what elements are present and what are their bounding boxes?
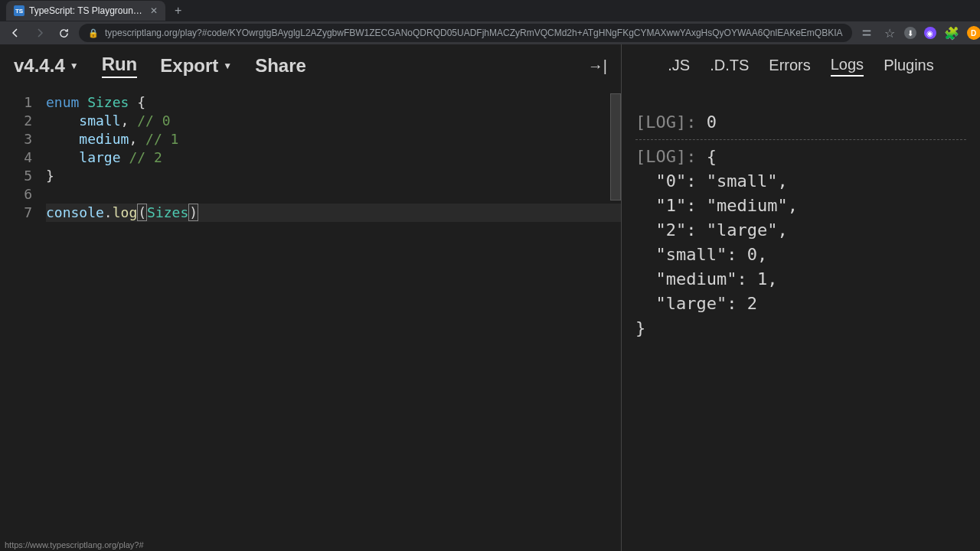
tab-js[interactable]: .JS xyxy=(668,57,690,76)
output-content: [LOG]: 0[LOG]: { "0": "small", "1": "med… xyxy=(622,87,980,551)
code-area[interactable]: enum Sizes { small, // 0 medium, // 1 la… xyxy=(46,93,621,551)
minimap[interactable] xyxy=(610,93,621,201)
version-dropdown[interactable]: v4.4.4 ▼ xyxy=(14,55,79,77)
app-container: v4.4.4 ▼ Run Export ▼ Share →| 1234567 e… xyxy=(0,44,980,551)
chevron-down-icon: ▼ xyxy=(70,60,79,71)
run-button[interactable]: Run xyxy=(102,54,138,78)
tab-plugins[interactable]: Plugins xyxy=(884,57,934,76)
tab-logs[interactable]: Logs xyxy=(831,56,864,77)
new-tab-button[interactable]: + xyxy=(165,4,191,18)
output-pane: .JS .D.TS Errors Logs Plugins [LOG]: 0[L… xyxy=(622,44,980,551)
address-bar[interactable]: 🔒 typescriptlang.org/play?#code/KYOwrgtg… xyxy=(79,24,852,42)
close-icon[interactable]: ✕ xyxy=(149,5,159,16)
output-tabs: .JS .D.TS Errors Logs Plugins xyxy=(622,44,980,87)
code-editor[interactable]: 1234567 enum Sizes { small, // 0 medium,… xyxy=(0,87,621,551)
profile-avatar[interactable]: D xyxy=(967,26,980,40)
version-label: v4.4.4 xyxy=(14,55,65,77)
collapse-icon[interactable]: →| xyxy=(588,57,607,75)
svg-rect-1 xyxy=(862,34,871,36)
tab-dts[interactable]: .D.TS xyxy=(710,57,749,76)
browser-tab[interactable]: TS TypeScript: TS Playground - A ✕ xyxy=(6,1,165,21)
tab-bar: TS TypeScript: TS Playground - A ✕ + xyxy=(0,0,980,21)
search-icon[interactable] xyxy=(858,24,875,41)
extension-icons: ⬇ ◉ 🧩 D ⋮ xyxy=(904,26,980,41)
app-toolbar: v4.4.4 ▼ Run Export ▼ Share →| xyxy=(0,44,621,87)
extensions-icon[interactable]: 🧩 xyxy=(944,26,959,41)
svg-rect-0 xyxy=(862,31,871,32)
share-button[interactable]: Share xyxy=(255,55,306,77)
browser-toolbar: 🔒 typescriptlang.org/play?#code/KYOwrgtg… xyxy=(0,21,980,44)
export-label: Export xyxy=(160,55,218,77)
reload-button[interactable] xyxy=(55,24,73,42)
ext-icon-2[interactable]: ◉ xyxy=(924,27,936,39)
ext-icon-1[interactable]: ⬇ xyxy=(904,27,916,39)
forward-button[interactable] xyxy=(31,24,49,42)
editor-pane: v4.4.4 ▼ Run Export ▼ Share →| 1234567 e… xyxy=(0,44,622,551)
status-bar: https://www.typescriptlang.org/play?# xyxy=(0,539,149,551)
url-text: typescriptlang.org/play?#code/KYOwrgtgBA… xyxy=(105,28,843,38)
chevron-down-icon: ▼ xyxy=(223,60,232,71)
export-dropdown[interactable]: Export ▼ xyxy=(160,55,232,77)
tab-errors[interactable]: Errors xyxy=(769,57,810,76)
line-gutter: 1234567 xyxy=(0,93,46,551)
bookmark-icon[interactable]: ☆ xyxy=(881,23,898,44)
tab-title: TypeScript: TS Playground - A xyxy=(29,5,144,16)
back-button[interactable] xyxy=(6,24,24,42)
browser-chrome: TS TypeScript: TS Playground - A ✕ + 🔒 t… xyxy=(0,0,980,44)
lock-icon: 🔒 xyxy=(88,28,99,38)
ts-favicon: TS xyxy=(14,5,24,16)
